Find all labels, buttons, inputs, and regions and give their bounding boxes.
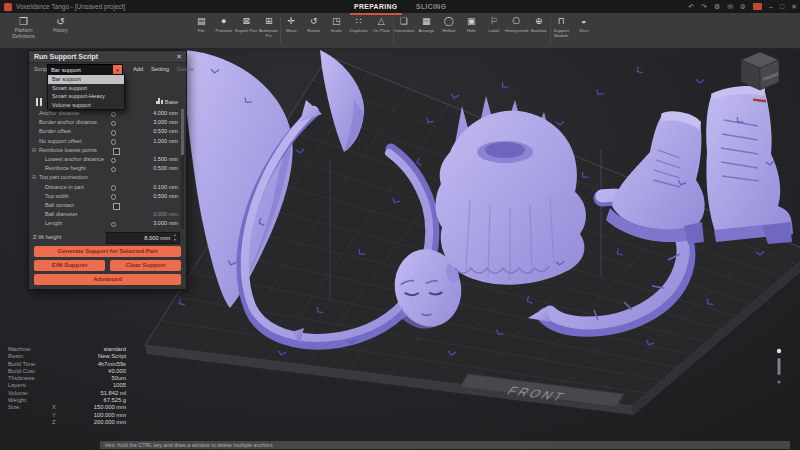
advanced-button[interactable]: Advanced [34, 274, 181, 285]
bar-support-type-icon[interactable] [35, 98, 43, 106]
dropdown-option[interactable]: Smart support-Heavy [48, 92, 124, 101]
lock-dot-icon[interactable] [111, 121, 116, 126]
setting-label: Ball diameter [45, 210, 78, 219]
setting-row[interactable]: Lowest anchor distance 1.500 mm [29, 155, 186, 164]
lock-dot-icon[interactable] [111, 222, 116, 227]
maximize-button[interactable]: □ [780, 3, 784, 10]
lock-dot-icon[interactable] [111, 185, 116, 190]
settings-gear-icon[interactable]: ⚙ [714, 3, 720, 11]
add-script-button[interactable]: Add [133, 64, 143, 74]
minimize-button[interactable]: – [769, 3, 773, 10]
toolbar-button-move[interactable]: ✛ Move [280, 13, 303, 48]
setting-checkbox[interactable] [113, 203, 120, 210]
setting-value[interactable]: 3.000 mm [153, 118, 178, 127]
toolbar-button-honeycomb[interactable]: ⎔ Honeycomb [505, 13, 528, 48]
toolbar-button-boolean[interactable]: ⊕ Boolean [528, 13, 551, 48]
stat-row-size: Z 200.000 mm [8, 419, 126, 426]
setting-value[interactable]: 0.000 mm [153, 210, 178, 219]
toolbar-button-export-part[interactable]: ⊠ Export Part [235, 13, 258, 48]
panel-header[interactable]: Run Support Script ✕ [29, 51, 186, 63]
setting-label: No support offset [39, 137, 82, 146]
setting-label: Length [45, 219, 62, 228]
setting-script-button[interactable]: Setting [151, 64, 169, 74]
dropdown-option[interactable]: Smart support [48, 84, 124, 93]
toolbar-button-support-module[interactable]: ⊓ Support Module [550, 13, 573, 48]
lock-dot-icon[interactable] [111, 130, 116, 135]
toolbar-icon: ❐ [19, 16, 28, 27]
setting-label: Distance in part [45, 183, 84, 192]
redo-icon[interactable]: ↷ [701, 3, 707, 11]
base-toggle[interactable]: Base [156, 97, 178, 107]
toolbar-button-label[interactable]: ⚐ Label [483, 13, 506, 48]
clear-support-button[interactable]: Clear Support [110, 260, 181, 271]
setting-value[interactable]: 0.500 mm [153, 127, 178, 136]
setting-row[interactable]: Ball contact [29, 201, 186, 210]
setting-value[interactable]: 0.500 mm [153, 164, 178, 173]
feedback-icon[interactable]: ✉ [727, 3, 733, 11]
stepper-arrows[interactable]: ▲▼ [172, 233, 178, 243]
settings-scrollbar[interactable] [181, 109, 184, 229]
toolbar-button-slice[interactable]: ◒ Slice [573, 13, 596, 48]
stat-row: Weight: 67.525 g [8, 397, 126, 404]
lock-dot-icon[interactable] [111, 194, 116, 199]
toolbar-label: History [42, 28, 79, 34]
toolbar-button-automatic-fix[interactable]: ⊞ Automatic Fix [258, 13, 281, 48]
hint-bar: Hint: hold the CTRL key and draw a windo… [100, 441, 790, 449]
toolbar-button-platform-definitions[interactable]: ❐ Platform Definitions [5, 13, 42, 48]
z-lift-height-input[interactable]: 8.000 mm ▲▼ [106, 232, 180, 244]
toolbar-button-duplicate[interactable]: ∷ Duplicate [348, 13, 371, 48]
toolbar-button-history[interactable]: ↺ History [42, 13, 79, 48]
setting-row[interactable]: Reinforce height 0.500 mm [29, 164, 186, 173]
dropdown-option[interactable]: Bar support [48, 75, 124, 84]
em-support-button[interactable]: E/M Support [34, 260, 105, 271]
collapse-icon[interactable]: ⊟ [32, 146, 36, 155]
toolbar-label: Label [483, 28, 506, 33]
setting-row[interactable]: No support offset 1.000 mm [29, 137, 186, 146]
setting-row[interactable]: Distance in part 0.100 mm [29, 183, 186, 192]
lock-dot-icon[interactable] [111, 167, 116, 172]
toolbar-button-promate[interactable]: ● Promate [213, 13, 236, 48]
layout-icon[interactable] [753, 3, 762, 10]
collapse-icon[interactable]: ⊟ [32, 173, 36, 182]
lock-dot-icon[interactable] [111, 112, 116, 117]
z-lift-height-label: Z lift height [33, 232, 61, 243]
generate-support-button[interactable]: Generate Support for Selected Part [34, 246, 181, 257]
setting-row[interactable]: Top width 0.500 mm [29, 192, 186, 201]
setting-row[interactable]: Anchor distance 4.000 mm [29, 109, 186, 118]
toolbar-button-hollow[interactable]: ◯ Hollow [438, 13, 461, 48]
setting-row[interactable]: Border anchor distance 3.000 mm [29, 118, 186, 127]
toolbar-button-hole[interactable]: ▣ Hole [460, 13, 483, 48]
stat-row: Thickness: 50um [8, 375, 126, 382]
tab-slicing[interactable]: SLICING [412, 0, 450, 13]
toolbar-icon: ⊓ [558, 16, 565, 27]
toolbar-label: Promate [213, 28, 236, 33]
delete-script-button[interactable]: Delete [177, 64, 194, 74]
toolbar-button-arrange[interactable]: ▦ Arrange [415, 13, 438, 48]
setting-row[interactable]: ⊟ Reinforce lowest points [29, 146, 186, 155]
setting-row[interactable]: Length 3.000 mm [29, 219, 186, 228]
tab-preparing[interactable]: PREPARING [350, 0, 402, 15]
setting-checkbox[interactable] [113, 148, 120, 155]
lock-dot-icon[interactable] [111, 158, 116, 163]
setting-row[interactable]: Border offset 0.500 mm [29, 127, 186, 136]
setting-label: Border anchor distance [39, 118, 97, 127]
setting-value[interactable]: 0.500 mm [153, 192, 178, 201]
toolbar-button-orientation[interactable]: ❏ Orientation [393, 13, 416, 48]
setting-value[interactable]: 4.000 mm [153, 109, 178, 118]
toolbar-button-on-plate[interactable]: △ On Plate [370, 13, 393, 48]
setting-row[interactable]: Ball diameter 0.000 mm [29, 210, 186, 219]
undo-icon[interactable]: ↶ [688, 3, 694, 11]
dropdown-option[interactable]: Volume support [48, 101, 124, 110]
setting-value[interactable]: 3.000 mm [153, 219, 178, 228]
setting-row[interactable]: ⊟ Top part connection [29, 173, 186, 182]
account-icon[interactable]: ⊚ [740, 3, 746, 11]
lock-dot-icon[interactable] [111, 139, 116, 144]
setting-value[interactable]: 0.100 mm [153, 183, 178, 192]
setting-value[interactable]: 1.500 mm [153, 155, 178, 164]
setting-value[interactable]: 1.000 mm [153, 137, 178, 146]
panel-close-icon[interactable]: ✕ [176, 51, 182, 62]
toolbar-button-rotate[interactable]: ↺ Rotate [303, 13, 326, 48]
toolbar-button-file[interactable]: ▤ File [190, 13, 213, 48]
toolbar-button-scale[interactable]: ◳ Scale [325, 13, 348, 48]
close-button[interactable]: ✕ [791, 3, 797, 11]
